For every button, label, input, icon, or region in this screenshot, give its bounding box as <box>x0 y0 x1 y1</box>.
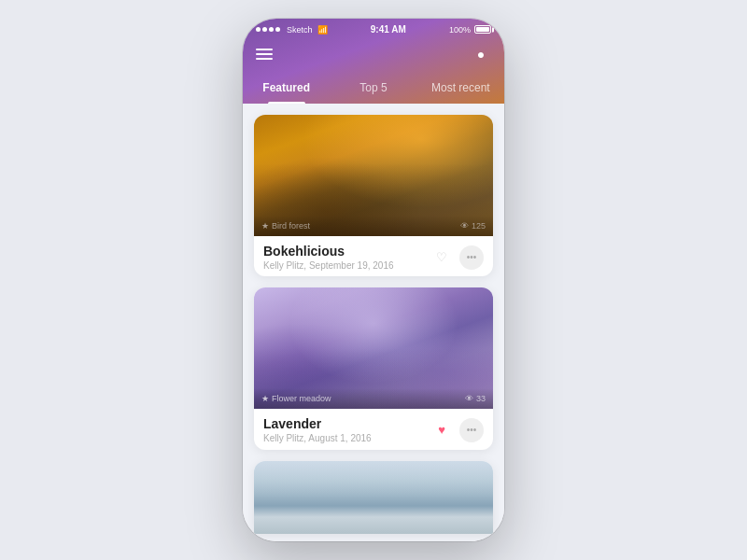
like-button-1[interactable]: ♡ <box>430 245 454 270</box>
carrier-label: Sketch <box>287 25 313 35</box>
status-dot-4 <box>275 27 280 32</box>
card-lavender: ★ Flower meadow 👁 33 Lavender Kelly Plit… <box>254 287 493 449</box>
location-label-2: Flower meadow <box>272 394 331 403</box>
battery-fill <box>476 27 489 32</box>
hamburger-line-1 <box>256 49 273 50</box>
status-bar: Sketch 📶 9:41 AM 100% <box>243 19 504 38</box>
time-display: 9:41 AM <box>371 24 406 35</box>
card-image-bokehlicious: ★ Bird forest 👁 125 <box>254 115 493 236</box>
card-info-2: Lavender Kelly Plitz, August 1, 2016 ♥ •… <box>254 409 493 449</box>
card-text-1: Bokehlicious Kelly Plitz, September 19, … <box>263 244 394 271</box>
header: Sketch 📶 9:41 AM 100% ● Featured Top <box>243 19 504 104</box>
card-mountain <box>254 461 493 534</box>
status-dot-2 <box>262 27 267 32</box>
tab-featured[interactable]: Featured <box>243 74 330 104</box>
status-dots <box>256 27 280 32</box>
card-image-mountain <box>254 461 493 534</box>
eye-icon-2: 👁 <box>465 394 473 403</box>
battery-icon <box>474 25 491 34</box>
card-actions-1: ♡ ••• <box>430 245 484 270</box>
tab-most-recent[interactable]: Most recent <box>417 74 504 104</box>
views-badge-1: 👁 125 <box>460 221 486 231</box>
card-title-2: Lavender <box>263 416 372 431</box>
status-left: Sketch 📶 <box>256 25 328 35</box>
hamburger-line-3 <box>256 58 273 60</box>
card-overlay-2: ★ Flower meadow 👁 33 <box>254 388 493 409</box>
search-button[interactable]: ● <box>471 44 491 64</box>
location-label-1: Bird forest <box>272 221 310 231</box>
like-button-2[interactable]: ♥ <box>430 418 454 442</box>
phone-frame: Sketch 📶 9:41 AM 100% ● Featured Top <box>243 19 504 541</box>
content-area: ★ Bird forest 👁 125 Bokehlicious Kelly P… <box>243 104 504 541</box>
card-subtitle-1: Kelly Plitz, September 19, 2016 <box>263 260 394 271</box>
card-bokehlicious: ★ Bird forest 👁 125 Bokehlicious Kelly P… <box>254 115 493 276</box>
location-badge-1: ★ Bird forest <box>261 221 310 231</box>
card-image-lavender: ★ Flower meadow 👁 33 <box>254 287 493 409</box>
views-badge-2: 👁 33 <box>465 394 486 403</box>
nav-bar: ● <box>243 38 504 74</box>
more-button-1[interactable]: ••• <box>459 245 484 270</box>
card-overlay-1: ★ Bird forest 👁 125 <box>254 216 493 236</box>
eye-icon-1: 👁 <box>460 221 469 231</box>
views-count-1: 125 <box>472 221 486 231</box>
views-count-2: 33 <box>476 394 486 403</box>
card-subtitle-2: Kelly Plitz, August 1, 2016 <box>263 433 372 443</box>
status-dot-3 <box>269 27 274 32</box>
hamburger-line-2 <box>256 53 273 55</box>
location-badge-2: ★ Flower meadow <box>261 394 331 403</box>
pin-icon-1: ★ <box>261 221 269 231</box>
card-info-1: Bokehlicious Kelly Plitz, September 19, … <box>254 236 493 276</box>
pin-icon-2: ★ <box>261 394 269 403</box>
menu-button[interactable] <box>256 49 273 60</box>
card-actions-2: ♥ ••• <box>430 418 484 442</box>
status-dot-1 <box>256 27 261 32</box>
card-title-1: Bokehlicious <box>263 244 394 259</box>
battery-percent: 100% <box>449 25 471 35</box>
status-right: 100% <box>449 25 491 35</box>
tabs-bar: Featured Top 5 Most recent <box>243 74 504 104</box>
tab-top5[interactable]: Top 5 <box>330 74 416 104</box>
card-text-2: Lavender Kelly Plitz, August 1, 2016 <box>263 416 372 443</box>
more-button-2[interactable]: ••• <box>459 418 484 442</box>
wifi-icon: 📶 <box>317 25 328 35</box>
